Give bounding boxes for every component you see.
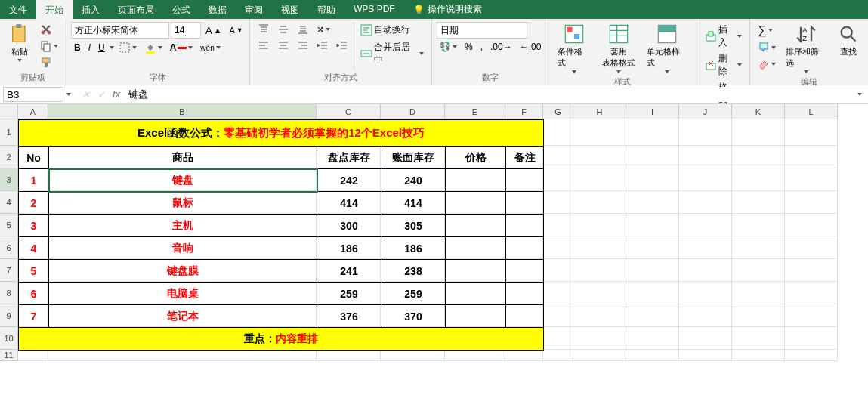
- tab-review[interactable]: 审阅: [236, 0, 272, 19]
- col-header-E[interactable]: E: [445, 104, 505, 119]
- underline-button[interactable]: U: [95, 41, 108, 54]
- number-format-select[interactable]: [437, 22, 527, 39]
- worksheet[interactable]: 1234567891011 ABCDEFGHIJKL Excel函数公式：零基础…: [0, 104, 868, 417]
- sort-filter-button[interactable]: AZ排序和筛选: [781, 22, 831, 75]
- cell-price[interactable]: [446, 260, 506, 283]
- tab-data[interactable]: 数据: [199, 0, 236, 19]
- cell-price[interactable]: [446, 305, 506, 328]
- cell-count[interactable]: 241: [317, 260, 381, 283]
- cell-item[interactable]: 笔记本: [49, 305, 317, 328]
- row-header-5[interactable]: 5: [0, 214, 18, 236]
- cell-book[interactable]: 186: [381, 237, 446, 260]
- tab-insert[interactable]: 插入: [73, 0, 109, 19]
- tab-formulas[interactable]: 公式: [163, 0, 199, 19]
- orientation-button[interactable]: ⤭: [314, 23, 333, 36]
- col-header-B[interactable]: B: [48, 104, 317, 119]
- border-button[interactable]: [116, 40, 140, 55]
- percent-button[interactable]: %: [462, 40, 476, 54]
- cancel-formula-button[interactable]: ✕: [79, 89, 94, 100]
- cell-item[interactable]: 键盘膜: [49, 260, 317, 283]
- col-header-C[interactable]: C: [317, 104, 381, 119]
- row-header-3[interactable]: 3: [0, 168, 18, 191]
- cell-no[interactable]: 1: [19, 169, 49, 192]
- cell-count[interactable]: 242: [317, 169, 381, 192]
- cell-item[interactable]: 鼠标: [49, 192, 317, 215]
- tab-layout[interactable]: 页面布局: [109, 0, 163, 19]
- fill-button[interactable]: [755, 40, 779, 55]
- format-painter-button[interactable]: [37, 55, 61, 70]
- cell-no[interactable]: 3: [19, 215, 49, 237]
- inc-decimal-button[interactable]: .00→: [487, 40, 515, 54]
- col-header-J[interactable]: J: [679, 104, 732, 119]
- row-header-10[interactable]: 10: [0, 327, 18, 350]
- align-bottom-button[interactable]: [294, 22, 312, 37]
- cell-price[interactable]: [446, 283, 506, 305]
- align-center-button[interactable]: [274, 39, 292, 54]
- merge-center-button[interactable]: 合并后居中: [357, 39, 427, 68]
- cell-no[interactable]: 2: [19, 192, 49, 215]
- decrease-font-button[interactable]: A▼: [226, 24, 246, 36]
- cell-item[interactable]: 主机: [49, 215, 317, 237]
- cell-no[interactable]: 4: [19, 237, 49, 260]
- phonetic-button[interactable]: wén: [197, 42, 223, 54]
- cell-item[interactable]: 电脑桌: [49, 283, 317, 305]
- font-family-select[interactable]: [71, 22, 169, 39]
- cell-note[interactable]: [506, 192, 544, 215]
- cell-item[interactable]: 键盘: [49, 169, 317, 192]
- col-header-F[interactable]: F: [505, 104, 543, 119]
- cell-price[interactable]: [446, 237, 506, 260]
- formula-expand-button[interactable]: [854, 91, 865, 97]
- formula-input[interactable]: [124, 87, 854, 102]
- row-header-8[interactable]: 8: [0, 282, 18, 304]
- row-header-9[interactable]: 9: [0, 304, 18, 327]
- row-header-2[interactable]: 2: [0, 146, 18, 168]
- cell-count[interactable]: 186: [317, 237, 381, 260]
- cell-note[interactable]: [506, 305, 544, 328]
- increase-font-button[interactable]: A▲: [202, 23, 224, 38]
- cell-no[interactable]: 6: [19, 283, 49, 305]
- cell-count[interactable]: 414: [317, 192, 381, 215]
- cell-book[interactable]: 370: [381, 305, 446, 328]
- cell-no[interactable]: 7: [19, 305, 49, 328]
- col-header-I[interactable]: I: [626, 104, 679, 119]
- cell-note[interactable]: [506, 169, 544, 192]
- align-left-button[interactable]: [255, 39, 273, 54]
- col-header-H[interactable]: H: [573, 104, 626, 119]
- cell-count[interactable]: 300: [317, 215, 381, 237]
- cell-note[interactable]: [506, 283, 544, 305]
- cell-book[interactable]: 240: [381, 169, 446, 192]
- indent-inc-button[interactable]: [333, 39, 351, 54]
- cell-book[interactable]: 259: [381, 283, 446, 305]
- fill-color-button[interactable]: [141, 40, 165, 55]
- font-size-select[interactable]: [171, 22, 201, 39]
- italic-button[interactable]: I: [85, 41, 94, 54]
- col-header-L[interactable]: L: [785, 104, 838, 119]
- cell-price[interactable]: [446, 169, 506, 192]
- row-header-1[interactable]: 1: [0, 119, 18, 146]
- cell-count[interactable]: 259: [317, 283, 381, 305]
- clear-button[interactable]: [755, 57, 779, 72]
- tab-wps[interactable]: WPS PDF: [344, 0, 404, 19]
- tab-tellme[interactable]: 💡 操作说明搜索: [404, 0, 491, 19]
- bold-button[interactable]: B: [71, 41, 84, 54]
- row-header-7[interactable]: 7: [0, 259, 18, 282]
- cell-book[interactable]: 414: [381, 192, 446, 215]
- cut-button[interactable]: [37, 22, 61, 37]
- wrap-text-button[interactable]: 自动换行: [357, 22, 427, 38]
- select-all-corner[interactable]: [0, 104, 18, 119]
- conditional-format-button[interactable]: 条件格式: [553, 22, 595, 75]
- copy-button[interactable]: [37, 39, 61, 54]
- align-middle-button[interactable]: [274, 22, 292, 37]
- tab-view[interactable]: 视图: [272, 0, 308, 19]
- currency-button[interactable]: 💱: [437, 40, 460, 54]
- cell-book[interactable]: 238: [381, 260, 446, 283]
- cell-styles-button[interactable]: 单元格样式: [642, 22, 692, 75]
- insert-cells-button[interactable]: 插入: [702, 22, 746, 51]
- comma-button[interactable]: ,: [477, 40, 486, 54]
- cell-count[interactable]: 376: [317, 305, 381, 328]
- align-top-button[interactable]: [255, 22, 273, 37]
- enter-formula-button[interactable]: ✓: [94, 89, 109, 100]
- autosum-button[interactable]: ∑: [755, 22, 779, 39]
- format-as-table-button[interactable]: 套用 表格格式: [598, 22, 640, 75]
- tab-file[interactable]: 文件: [0, 0, 36, 19]
